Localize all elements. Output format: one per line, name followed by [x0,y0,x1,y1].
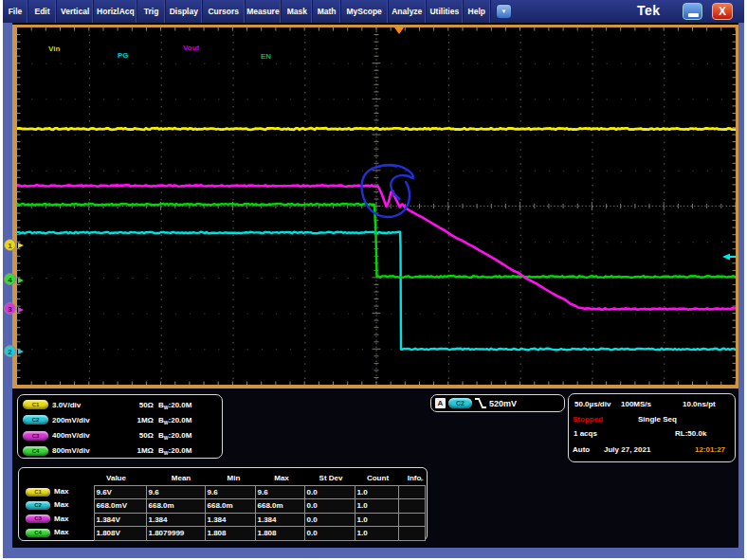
svg-text:Vout: Vout [183,44,200,52]
svg-text:EN: EN [261,52,271,61]
svg-text:PG: PG [118,51,129,60]
svg-text:Vin: Vin [48,45,60,53]
